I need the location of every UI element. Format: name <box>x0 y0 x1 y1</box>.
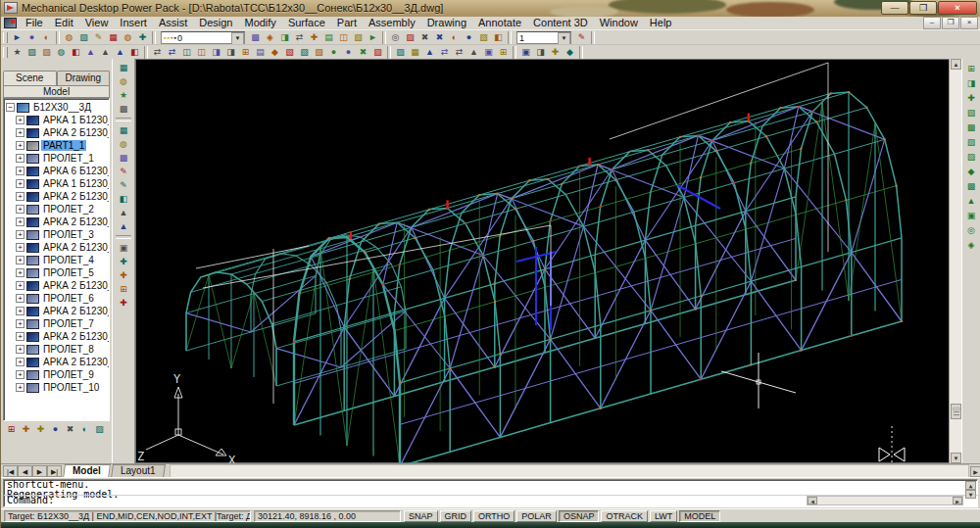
collapse-icon[interactable]: − <box>6 103 15 112</box>
expand-icon[interactable]: + <box>16 205 24 214</box>
eraser-icon[interactable]: ⊞ <box>5 423 18 436</box>
command-vertical-scrollbar[interactable]: ▲ ▼ <box>965 481 976 499</box>
tree-item[interactable]: +АРКА 6 Б1230_1 <box>4 165 109 177</box>
tree-item[interactable]: −Б12X30__3Д <box>4 101 109 114</box>
render-preferences-icon[interactable]: ◎ <box>964 223 979 238</box>
expand-icon[interactable]: + <box>16 268 24 277</box>
text-icon[interactable]: ▨ <box>393 46 408 59</box>
menu-file[interactable]: File <box>20 17 49 29</box>
menu-assembly[interactable]: Assembly <box>363 17 421 29</box>
undo-icon[interactable]: ▩ <box>248 31 263 44</box>
expand-icon[interactable]: + <box>16 370 24 379</box>
paste-icon[interactable]: ◍ <box>121 31 135 44</box>
scroll-right-button[interactable]: ▶ <box>970 466 980 477</box>
point-icon[interactable]: ▲ <box>113 46 127 59</box>
expand-icon[interactable]: + <box>16 256 24 264</box>
fog-icon[interactable]: ◆ <box>964 165 979 179</box>
zoom-out-icon[interactable]: ◍ <box>117 137 131 151</box>
sheet-set-icon[interactable]: ◍ <box>62 31 76 44</box>
landscape-edit-icon[interactable]: ▲ <box>964 194 979 209</box>
statistics-icon[interactable]: ◈ <box>964 238 979 253</box>
first-tab-button[interactable]: |◀ <box>3 465 18 477</box>
toggle-model[interactable]: MODEL <box>679 510 720 522</box>
render-small-icon[interactable]: ▧ <box>351 31 366 44</box>
constraint-icon[interactable]: ◨ <box>533 46 548 59</box>
expand-icon[interactable]: + <box>16 167 24 175</box>
match-properties-icon[interactable]: ✚ <box>135 31 150 44</box>
tree-item[interactable]: +ПРОЛЕТ_10 <box>4 381 109 394</box>
zoom-realtime-icon[interactable]: ▨ <box>403 31 417 44</box>
trim-icon[interactable]: ⊞ <box>238 46 253 59</box>
new-icon[interactable]: ► <box>10 31 24 44</box>
toggle-osnap[interactable]: OSNAP <box>559 510 600 522</box>
menu-edit[interactable]: Edit <box>49 17 79 29</box>
circle-icon[interactable]: ▲ <box>98 46 113 59</box>
viewport-horizontal-scrollbar[interactable] <box>170 464 969 478</box>
scale-combo[interactable]: 1▼ <box>516 31 571 44</box>
tree-item[interactable]: +АРКА 2 Б1230_6 <box>4 279 109 292</box>
properties-icon[interactable]: ► <box>366 31 380 44</box>
tree-item[interactable]: +ПРОЛЕТ_1 <box>4 152 109 165</box>
text-style-icon[interactable]: ⇄ <box>437 46 452 59</box>
menu-help[interactable]: Help <box>644 17 678 29</box>
tab-drawing[interactable]: Drawing <box>57 71 111 85</box>
update-part-icon[interactable]: ◆ <box>563 46 577 59</box>
prev-tab-button[interactable]: ◀ <box>18 465 32 477</box>
zoom-scale-icon[interactable]: ★ <box>117 88 131 102</box>
toggle-ortho[interactable]: ORTHO <box>473 510 514 522</box>
menu-annotate[interactable]: Annotate <box>472 17 527 29</box>
expand-icon[interactable]: + <box>16 192 24 201</box>
expand-icon[interactable]: + <box>16 141 24 150</box>
menu-window[interactable]: Window <box>594 17 644 29</box>
sphere-icon[interactable]: ▧ <box>93 423 106 436</box>
join-icon[interactable]: ● <box>341 46 356 59</box>
scroll-left-button[interactable]: ◀ <box>808 497 817 504</box>
expand-icon[interactable]: + <box>16 383 24 392</box>
tree-item[interactable]: +АРКА 1 Б1230_1 <box>4 114 109 126</box>
tab-model[interactable]: Model <box>3 85 110 98</box>
menu-view[interactable]: View <box>79 17 115 29</box>
tree-item[interactable]: +АРКА 2 Б1230_9 <box>4 356 109 368</box>
glasses-icon[interactable]: ✚ <box>20 423 32 436</box>
toggle-lwt[interactable]: LWT <box>650 510 677 522</box>
profile-icon[interactable]: ▣ <box>518 46 533 59</box>
zoom-all-icon[interactable]: ▩ <box>117 151 131 165</box>
materials-library-icon[interactable]: ▩ <box>964 120 979 135</box>
background-icon[interactable]: ▨ <box>964 150 979 165</box>
insert-block-icon[interactable]: ◨ <box>277 31 292 44</box>
tree-item[interactable]: +АРКА 1 Б1230_2 <box>4 177 109 190</box>
scroll-thumb[interactable] <box>951 404 961 419</box>
toggle-otrack[interactable]: OTRACK <box>601 510 648 522</box>
brightness-icon[interactable]: ● <box>49 423 62 436</box>
array-icon[interactable]: ▧ <box>312 46 326 59</box>
pan-icon[interactable]: ◎ <box>388 31 403 44</box>
tree-item[interactable]: +АРКА 2 Б1230_8 <box>4 330 109 343</box>
region-icon[interactable]: ● <box>462 31 476 44</box>
grips-icon[interactable]: ▨ <box>370 46 385 59</box>
toggle-grid[interactable]: GRID <box>440 510 472 522</box>
tab-layout1[interactable]: Layout1 <box>111 464 166 478</box>
tolerance-icon[interactable]: ▣ <box>481 46 496 59</box>
tree-item[interactable]: +АРКА 2 Б1230_7 <box>4 305 109 317</box>
expand-icon[interactable]: + <box>16 345 24 354</box>
orbit-icon[interactable]: ◫ <box>336 31 351 44</box>
zoom-center-icon[interactable]: ▩ <box>117 102 131 116</box>
toolbar-grip[interactable] <box>3 47 8 58</box>
mdi-close-button[interactable]: × <box>960 17 978 29</box>
erase-icon[interactable]: ⇄ <box>150 46 165 59</box>
highlight-icon[interactable]: ◐ <box>78 423 91 436</box>
distance-icon[interactable]: ◐ <box>447 31 462 44</box>
shade-icon[interactable]: ▲ <box>117 219 131 233</box>
save-icon[interactable]: ◐ <box>39 31 54 44</box>
tree-item[interactable]: +ПРОЛЕТ_6 <box>4 292 109 305</box>
scenes-icon[interactable]: ◨ <box>964 76 979 91</box>
rectangle-icon[interactable]: ◧ <box>69 46 83 59</box>
coordinates-readout[interactable]: 30121.40, 8918.16 , 0.00 <box>254 510 401 522</box>
polygon-icon[interactable]: ▲ <box>83 46 98 59</box>
menu-content-3d[interactable]: Content 3D <box>527 17 594 29</box>
maximize-button[interactable]: ❒ <box>909 1 937 15</box>
offset-icon[interactable]: ◨ <box>223 46 238 59</box>
tree-item[interactable]: +АРКА 2 Б1230_3 <box>4 216 109 228</box>
tab-model[interactable]: Model <box>63 464 111 478</box>
viewport-vertical-scrollbar[interactable]: ▲ ▼ <box>949 59 961 463</box>
